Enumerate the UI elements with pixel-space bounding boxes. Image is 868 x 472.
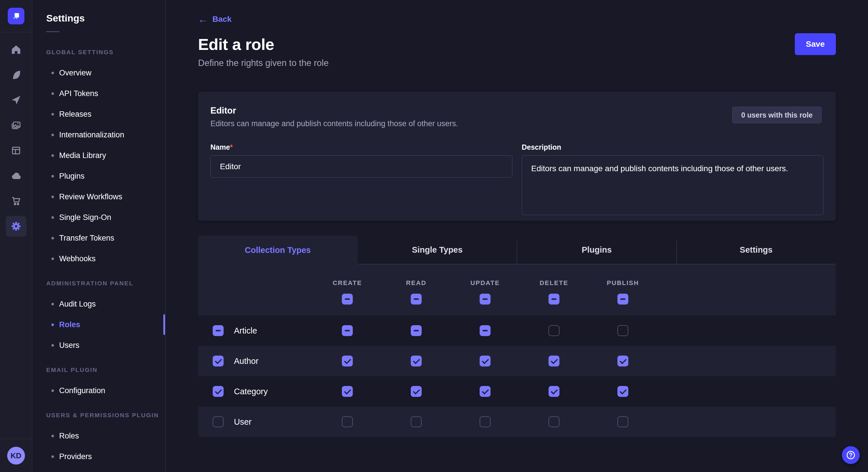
row-label: Category	[234, 387, 268, 396]
category-create-checkbox[interactable]	[342, 386, 353, 397]
sidebar-item-roles-admin[interactable]: Roles	[32, 314, 165, 335]
bullet-icon	[51, 456, 54, 458]
article-create-checkbox[interactable]	[342, 325, 353, 336]
author-create-checkbox[interactable]	[342, 356, 353, 367]
sidebar-item-webhooks[interactable]: Webhooks	[32, 248, 165, 269]
rail-icon-list	[6, 39, 26, 237]
sidebar-item-users[interactable]: Users	[32, 335, 165, 356]
required-asterisk: *	[230, 143, 233, 151]
article-delete-checkbox[interactable]	[549, 325, 559, 336]
role-description-text: Editors can manage and publish contents …	[210, 119, 824, 128]
save-button[interactable]: Save	[795, 33, 836, 55]
feather-icon[interactable]	[6, 65, 26, 85]
user-row-checkbox[interactable]	[213, 416, 224, 427]
back-link[interactable]: ← Back	[198, 14, 231, 24]
row-label: Author	[234, 357, 258, 366]
page-subtitle: Define the rights given to the role	[198, 58, 836, 68]
user-update-checkbox[interactable]	[479, 416, 491, 427]
select-all-read-checkbox[interactable]	[411, 294, 422, 305]
tab-plugins[interactable]: Plugins	[517, 236, 677, 264]
select-all-create-checkbox[interactable]	[342, 294, 353, 305]
article-publish-checkbox[interactable]	[617, 325, 628, 336]
article-row-checkbox[interactable]	[213, 325, 224, 336]
sidebar-item-configuration[interactable]: Configuration	[32, 380, 165, 401]
subnav-title: Settings	[46, 12, 165, 24]
table-row-category: Category	[198, 376, 836, 407]
help-button[interactable]	[842, 446, 860, 464]
cloud-icon[interactable]	[6, 165, 26, 186]
table-row-user: User	[198, 407, 836, 437]
sidebar-item-review-workflows[interactable]: Review Workflows	[32, 187, 165, 207]
category-row-checkbox[interactable]	[213, 386, 224, 397]
author-delete-checkbox[interactable]	[549, 356, 559, 367]
sidebar-item-overview[interactable]: Overview	[32, 63, 165, 83]
description-field-group: Description Editors can manage and publi…	[522, 143, 824, 216]
author-publish-checkbox[interactable]	[617, 356, 628, 367]
gear-icon[interactable]	[6, 216, 26, 237]
tab-bar: Collection Types Single Types Plugins Se…	[198, 236, 836, 264]
author-row-checkbox[interactable]	[213, 356, 224, 367]
bullet-icon	[51, 303, 54, 305]
media-images-icon[interactable]	[6, 115, 26, 136]
permissions-header-row: CREATE READ UPDATE DELETE PUBLISH	[198, 264, 836, 315]
back-arrow-icon: ←	[198, 14, 208, 24]
bullet-icon	[51, 390, 54, 392]
sidebar-item-internationalization[interactable]: Internationalization	[32, 125, 165, 145]
user-read-checkbox[interactable]	[411, 416, 422, 427]
bullet-icon	[51, 113, 54, 115]
category-read-checkbox[interactable]	[411, 386, 422, 397]
users-with-role-button[interactable]: 0 users with this role	[732, 107, 822, 123]
sidebar-item-api-tokens[interactable]: API Tokens	[32, 83, 165, 104]
category-delete-checkbox[interactable]	[549, 386, 559, 397]
sidebar-item-audit-logs[interactable]: Audit Logs	[32, 294, 165, 314]
column-header-create: CREATE	[333, 279, 362, 287]
category-publish-checkbox[interactable]	[617, 386, 628, 397]
section-heading-email-plugin: EMAIL PLUGIN	[32, 360, 165, 380]
user-avatar[interactable]: KD	[7, 447, 25, 465]
layout-icon[interactable]	[6, 140, 26, 161]
question-mark-icon	[846, 450, 856, 460]
sidebar-item-media-library[interactable]: Media Library	[32, 145, 165, 166]
author-update-checkbox[interactable]	[479, 356, 491, 367]
name-field-group: Name*	[210, 143, 513, 216]
bullet-icon	[51, 344, 54, 347]
article-update-checkbox[interactable]	[479, 325, 491, 336]
article-read-checkbox[interactable]	[411, 325, 422, 336]
main-content: ← Back Edit a role Save Define the right…	[166, 0, 868, 472]
permissions-panel: CREATE READ UPDATE DELETE PUBLISH Articl…	[198, 264, 836, 437]
bullet-icon	[51, 216, 54, 219]
tab-single-types[interactable]: Single Types	[358, 236, 517, 264]
role-details-card: Editor Editors can manage and publish co…	[198, 92, 836, 221]
description-label: Description	[522, 143, 561, 151]
row-label: User	[234, 417, 251, 427]
sidebar-item-providers[interactable]: Providers	[32, 446, 165, 467]
cart-icon[interactable]	[6, 191, 26, 211]
paper-plane-icon[interactable]	[6, 90, 26, 110]
row-label: Article	[234, 326, 257, 336]
tab-settings[interactable]: Settings	[677, 236, 836, 264]
bullet-icon	[51, 196, 54, 198]
user-publish-checkbox[interactable]	[617, 416, 628, 427]
category-update-checkbox[interactable]	[479, 386, 491, 397]
select-all-publish-checkbox[interactable]	[617, 294, 628, 305]
column-header-publish: PUBLISH	[607, 279, 639, 287]
sidebar-item-single-sign-on[interactable]: Single Sign-On	[32, 207, 165, 228]
user-create-checkbox[interactable]	[342, 416, 353, 427]
author-read-checkbox[interactable]	[411, 356, 422, 367]
home-icon[interactable]	[6, 39, 26, 60]
description-textarea[interactable]: Editors can manage and publish contents …	[522, 156, 824, 215]
permissions-section: Collection Types Single Types Plugins Se…	[198, 236, 836, 437]
name-input[interactable]	[210, 156, 513, 177]
sidebar-item-transfer-tokens[interactable]: Transfer Tokens	[32, 228, 165, 248]
strapi-logo[interactable]	[8, 8, 24, 24]
sidebar-item-roles-up[interactable]: Roles	[32, 426, 165, 446]
section-heading-administration-panel: ADMINISTRATION PANEL	[32, 273, 165, 294]
sidebar-item-plugins[interactable]: Plugins	[32, 166, 165, 187]
bullet-icon	[51, 435, 54, 437]
sidebar-item-releases[interactable]: Releases	[32, 104, 165, 125]
select-all-delete-checkbox[interactable]	[549, 294, 559, 305]
select-all-update-checkbox[interactable]	[479, 294, 491, 305]
bullet-icon	[51, 154, 54, 157]
user-delete-checkbox[interactable]	[549, 416, 559, 427]
tab-collection-types[interactable]: Collection Types	[198, 236, 358, 264]
